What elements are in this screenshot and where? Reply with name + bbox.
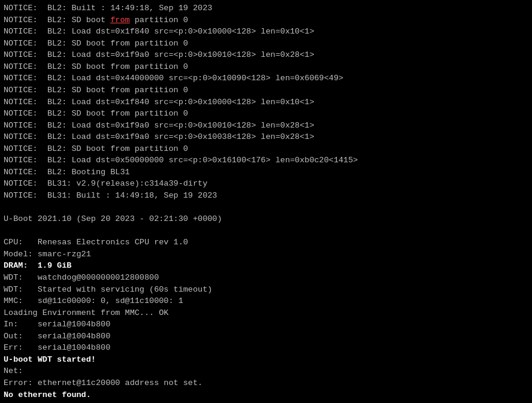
terminal-line: NOTICE: BL31: v2.9(release):c314a39-dirt… [4, 178, 528, 190]
terminal-line: In: serial@1004b800 [4, 319, 528, 331]
terminal-line: NOTICE: BL31: Built : 14:49:18, Sep 19 2… [4, 190, 528, 202]
terminal-line: NOTICE: BL2: Load dst=0x44000000 src=<p:… [4, 72, 528, 84]
terminal-line: NOTICE: BL2: Built : 14:49:18, Sep 19 20… [4, 2, 528, 14]
terminal-line: NOTICE: BL2: SD boot from partition 0 [4, 38, 528, 50]
terminal-line: NOTICE: BL2: Load dst=0x1f840 src=<p:0>0… [4, 26, 528, 38]
terminal-line: U-boot WDT started! [4, 354, 528, 366]
terminal-line: MMC: sd@11c00000: 0, sd@11c10000: 1 [4, 295, 528, 307]
terminal-line: NOTICE: BL2: Load dst=0x50000000 src=<p:… [4, 154, 528, 166]
terminal-line: Loading Environment from MMC... OK [4, 307, 528, 319]
terminal-line: NOTICE: BL2: Load dst=0x1f9a0 src=<p:0>0… [4, 120, 528, 132]
terminal-line: NOTICE: BL2: Load dst=0x1f9a0 src=<p:0>0… [4, 131, 528, 143]
terminal-line: NOTICE: BL2: SD boot from partition 0 [4, 108, 528, 120]
terminal-line: Err: serial@1004b800 [4, 342, 528, 354]
terminal-line: Out: serial@1004b800 [4, 331, 528, 343]
terminal-empty-line [4, 225, 528, 237]
terminal-line: Error: ethernet@11c20000 address not set… [4, 377, 528, 389]
terminal-line: WDT: watchdog@0000000012800800 [4, 272, 528, 284]
terminal-line: NOTICE: BL2: SD boot from partition 0 [4, 84, 528, 96]
terminal-empty-line [4, 401, 528, 403]
terminal-empty-line [4, 202, 528, 214]
terminal-line: WDT: Started with servicing (60s timeout… [4, 284, 528, 296]
terminal-line: CPU: Renesas Electronics CPU rev 1.0 [4, 237, 528, 249]
terminal-line: NOTICE: BL2: Load dst=0x1f840 src=<p:0>0… [4, 96, 528, 108]
terminal-line: NOTICE: BL2: SD boot from partition 0 [4, 143, 528, 155]
terminal-line: DRAM: 1.9 GiB [4, 260, 528, 272]
terminal-line: Net: [4, 365, 528, 377]
terminal-line: NOTICE: BL2: SD boot from partition 0 [4, 61, 528, 73]
terminal-line: No ethernet found. [4, 389, 528, 401]
terminal-line: Model: smarc-rzg21 [4, 249, 528, 260]
terminal-line: U-Boot 2021.10 (Sep 20 2023 - 02:21:30 +… [4, 213, 528, 225]
terminal-line: NOTICE: BL2: Load dst=0x1f9a0 src=<p:0>0… [4, 49, 528, 61]
terminal-line: NOTICE: BL2: SD boot from partition 0 [4, 14, 528, 26]
terminal-line: NOTICE: BL2: Booting BL31 [4, 166, 528, 178]
terminal-output[interactable]: NOTICE: BL2: Built : 14:49:18, Sep 19 20… [0, 0, 532, 403]
